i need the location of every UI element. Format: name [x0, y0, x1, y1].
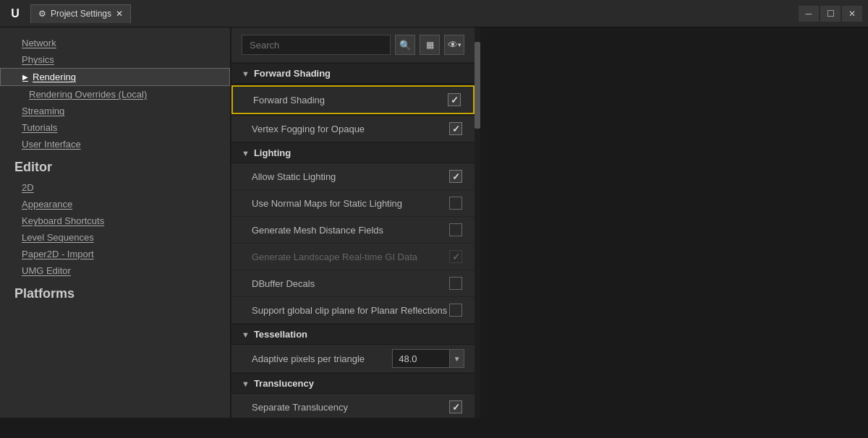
checkbox-container[interactable]	[447, 221, 464, 239]
sidebar-item-2d[interactable]: 2D	[0, 179, 230, 196]
row-label: Support global clip plane for Planar Ref…	[252, 305, 447, 316]
search-bar: 🔍 ▦ 👁▾	[231, 27, 475, 63]
checkbox-generate-mesh-distance[interactable]	[449, 223, 462, 236]
sidebar-item-rendering[interactable]: Rendering	[0, 68, 230, 86]
checkbox-global-clip[interactable]	[449, 304, 462, 317]
section-collapse-arrow: ▼	[242, 379, 250, 388]
close-button[interactable]: ✕	[842, 6, 862, 22]
sidebar-item-appearance[interactable]: Appearance	[0, 196, 230, 212]
scrollbar-thumb[interactable]	[475, 42, 480, 129]
sidebar-item-label: Appearance	[22, 199, 72, 210]
sidebar-item-rendering-overrides[interactable]: Rendering Overrides (Local)	[0, 86, 230, 103]
sidebar-item-label: Streaming	[22, 106, 64, 116]
checkbox-container[interactable]	[447, 168, 464, 185]
checkbox-forward-shading[interactable]	[448, 93, 461, 106]
row-label: Separate Translucency	[252, 402, 447, 413]
settings-row-separate-translucency: Separate Translucency	[231, 394, 475, 418]
sidebar-item-user-interface[interactable]: User Interface	[0, 136, 230, 153]
sidebar-item-label: 2D	[22, 182, 34, 193]
main-layout: Network Physics Rendering Rendering Over…	[0, 27, 868, 418]
sidebar-item-level-sequences[interactable]: Level Sequences	[0, 229, 230, 246]
project-settings-tab[interactable]: ⚙ Project Settings ✕	[30, 4, 131, 23]
section-header-translucency[interactable]: ▼ Translucency	[231, 373, 475, 394]
row-label: DBuffer Decals	[252, 278, 447, 289]
section-header-label: Forward Shading	[254, 68, 331, 79]
checkbox-generate-landscape	[449, 250, 462, 263]
sidebar-item-label: Physics	[22, 54, 54, 65]
maximize-button[interactable]: ☐	[820, 6, 841, 22]
row-label: Generate Mesh Distance Fields	[252, 225, 447, 236]
adaptive-pixels-input[interactable]: 48.0 ▼	[392, 349, 464, 368]
checkbox-container[interactable]	[447, 275, 464, 292]
section-header-label: Tessellation	[254, 329, 307, 340]
checkbox-dbuffer-decals[interactable]	[449, 277, 462, 290]
tab-close-icon[interactable]: ✕	[116, 9, 123, 19]
checkbox-allow-static-lighting[interactable]	[449, 170, 462, 183]
section-header-forward-shading[interactable]: ▼ Forward Shading	[231, 63, 475, 84]
row-label: Allow Static Lighting	[252, 171, 447, 182]
settings-row-vertex-fogging: Vertex Fogging for Opaque	[231, 116, 475, 142]
number-value: 48.0	[393, 353, 449, 364]
sidebar-item-keyboard-shortcuts[interactable]: Keyboard Shortcuts	[0, 212, 230, 229]
sidebar-item-physics[interactable]: Physics	[0, 51, 230, 68]
sidebar-item-label: Network	[22, 38, 56, 48]
sidebar-item-umg-editor[interactable]: UMG Editor	[0, 262, 230, 279]
visibility-button[interactable]: 👁▾	[444, 35, 464, 55]
title-bar-left: U ⚙ Project Settings ✕	[6, 4, 131, 23]
sidebar-item-network[interactable]: Network	[0, 35, 230, 51]
window-controls: ─ ☐ ✕	[799, 6, 862, 22]
gear-icon: ⚙	[38, 9, 46, 19]
sidebar-item-label: User Interface	[22, 139, 81, 150]
settings-row-global-clip: Support global clip plane for Planar Ref…	[231, 297, 475, 324]
scrollbar-track[interactable]	[475, 27, 480, 418]
section-collapse-arrow: ▼	[242, 149, 250, 158]
sidebar-item-label: UMG Editor	[22, 265, 71, 276]
section-header-tessellation[interactable]: ▼ Tessellation	[231, 324, 475, 345]
sidebar-item-label: Keyboard Shortcuts	[22, 215, 104, 226]
tab-label: Project Settings	[51, 9, 111, 19]
settings-row-use-normal-maps: Use Normal Maps for Static Lighting	[231, 190, 475, 217]
checkbox-vertex-fogging[interactable]	[449, 122, 462, 135]
checkbox-use-normal-maps[interactable]	[449, 197, 462, 210]
section-header-label: Translucency	[254, 378, 314, 389]
checkbox-container[interactable]	[447, 194, 464, 212]
search-input[interactable]	[242, 35, 391, 55]
sidebar: Network Physics Rendering Rendering Over…	[0, 27, 231, 418]
row-label: Adaptive pixels per triangle	[252, 353, 392, 364]
row-label: Forward Shading	[253, 95, 446, 106]
row-label: Use Normal Maps for Static Lighting	[252, 198, 447, 209]
sidebar-item-label: Rendering Overrides (Local)	[29, 89, 147, 100]
search-button[interactable]: 🔍	[395, 35, 415, 55]
sidebar-item-label: Paper2D - Import	[22, 249, 94, 259]
settings-row-generate-landscape: Generate Landscape Real-time GI Data	[231, 244, 475, 270]
sidebar-item-paper2d[interactable]: Paper2D - Import	[0, 246, 230, 262]
settings-row-allow-static-lighting: Allow Static Lighting	[231, 163, 475, 190]
title-bar: U ⚙ Project Settings ✕ ─ ☐ ✕	[0, 0, 868, 27]
row-label: Vertex Fogging for Opaque	[252, 124, 447, 134]
minimize-button[interactable]: ─	[799, 6, 819, 22]
checkbox-container[interactable]	[447, 398, 464, 416]
grid-view-button[interactable]: ▦	[420, 35, 440, 55]
number-decrement[interactable]: ▼	[449, 350, 464, 367]
sidebar-item-tutorials[interactable]: Tutorials	[0, 119, 230, 136]
section-collapse-arrow: ▼	[242, 69, 250, 78]
settings-row-forward-shading: Forward Shading	[231, 85, 475, 114]
content-inner: 🔍 ▦ 👁▾ ▼ Forward Shading Forward Shading…	[231, 27, 475, 418]
checkbox-container[interactable]	[447, 301, 464, 319]
ue-logo: U	[6, 4, 25, 23]
platforms-section-title: Platforms	[0, 279, 230, 306]
checkbox-separate-translucency[interactable]	[449, 400, 462, 413]
section-collapse-arrow: ▼	[242, 330, 250, 339]
section-header-lighting[interactable]: ▼ Lighting	[231, 142, 475, 163]
settings-row-adaptive-pixels: Adaptive pixels per triangle 48.0 ▼	[231, 345, 475, 373]
section-header-label: Lighting	[254, 147, 291, 158]
checkbox-container	[447, 248, 464, 265]
editor-section-title: Editor	[0, 153, 230, 179]
sidebar-item-label: Tutorials	[22, 122, 57, 133]
settings-row-dbuffer-decals: DBuffer Decals	[231, 270, 475, 297]
sidebar-item-streaming[interactable]: Streaming	[0, 103, 230, 119]
checkbox-container[interactable]	[447, 120, 464, 137]
content-area-wrapper: 🔍 ▦ 👁▾ ▼ Forward Shading Forward Shading…	[231, 27, 480, 418]
row-label: Generate Landscape Real-time GI Data	[252, 252, 447, 262]
checkbox-container[interactable]	[446, 91, 463, 108]
